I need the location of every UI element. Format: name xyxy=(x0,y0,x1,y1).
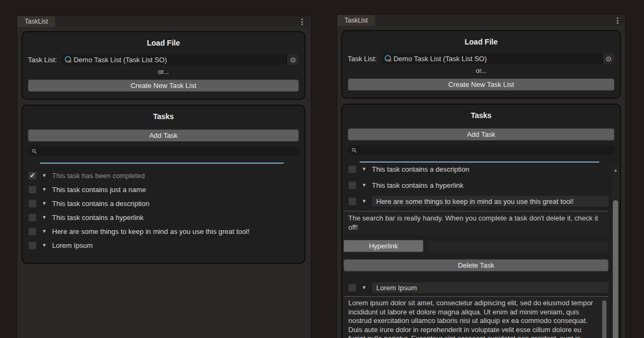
tab-bar: TaskList ⋮ xyxy=(17,16,310,27)
task-list: ✓ ▼ This task has been completed ▼ This … xyxy=(23,166,304,252)
load-file-title: Load File xyxy=(342,31,620,46)
task-row: ▼ This task contains a hyperlink xyxy=(342,178,610,193)
tasks-title: Tasks xyxy=(342,105,620,120)
search-input[interactable] xyxy=(360,146,611,155)
kebab-menu-icon[interactable]: ⋮ xyxy=(298,16,306,27)
foldout-icon[interactable]: ▼ xyxy=(361,182,367,188)
lorem-description-text: Lorem ipsum dolor sit amet, consectetur … xyxy=(348,299,593,338)
check-icon: ✓ xyxy=(30,172,35,179)
object-field-value: Demo Task List (Task List SO) xyxy=(393,55,602,63)
task-row: ▼ This task contains a description xyxy=(23,196,304,210)
or-text: or... xyxy=(23,65,304,79)
tab-bar: TaskList ⋮ xyxy=(337,15,625,26)
task-label: This task contains a description xyxy=(52,200,149,208)
hyperlink-url-field[interactable] xyxy=(428,241,609,252)
task-label: This task contains a description xyxy=(372,166,469,173)
progress-bar xyxy=(40,163,284,164)
task-list-field-label: Task List: xyxy=(348,55,377,63)
task-row: ▼ Here are some things to keep in mind a… xyxy=(23,224,304,238)
load-file-panel: Load File Task List: Demo Task List (Tas… xyxy=(21,31,305,100)
tab-tasklist[interactable]: TaskList xyxy=(17,16,55,27)
task-row: ▼ This task contains just a name xyxy=(23,182,304,196)
tasks-panel: Tasks Add Task ✓ ▼ This task has been co… xyxy=(21,105,305,264)
foldout-icon[interactable]: ▼ xyxy=(361,285,367,290)
hyperlink-row: Hyperlink xyxy=(343,240,609,252)
foldout-icon[interactable]: ▼ xyxy=(41,187,47,192)
task-row: ✓ ▼ This task has been completed xyxy=(23,168,304,182)
foldout-icon[interactable]: ▼ xyxy=(361,166,367,172)
foldout-icon[interactable]: ▼ xyxy=(41,215,47,220)
task-label: Here are some things to keep in mind as … xyxy=(52,227,250,236)
hyperlink-button[interactable]: Hyperlink xyxy=(343,240,423,252)
textarea-scrollbar-thumb[interactable] xyxy=(602,300,606,338)
task-list-object-row: Task List: Demo Task List (Task List SO)… xyxy=(342,46,620,64)
search-bar[interactable] xyxy=(28,146,299,156)
clipped-task-row: ▼ This task contains a description xyxy=(342,166,610,178)
tasklist-window-right: TaskList ⋮ Load File Task List: Demo Tas… xyxy=(337,15,625,338)
add-task-button[interactable]: Add Task xyxy=(28,129,299,142)
add-task-button[interactable]: Add Task xyxy=(348,128,614,141)
load-file-panel: Load File Task List: Demo Task List (Tas… xyxy=(341,30,621,99)
foldout-icon[interactable]: ▼ xyxy=(41,229,47,234)
task-list: ▼ This task contains a description ▼ Thi… xyxy=(342,166,610,338)
task-checkbox[interactable] xyxy=(348,197,356,205)
create-new-task-list-button[interactable]: Create New Task List xyxy=(348,78,614,91)
object-field-value: Demo Task List (Task List SO) xyxy=(74,56,287,64)
task-checkbox[interactable] xyxy=(348,181,356,189)
task-label: This task has been completed xyxy=(52,172,145,180)
or-text: or... xyxy=(342,64,620,78)
task-label: This task contains just a name xyxy=(52,186,146,194)
task-list-object-field[interactable]: Demo Task List (Task List SO) ⊙ xyxy=(382,53,614,64)
foldout-icon[interactable]: ▼ xyxy=(41,173,47,178)
task-checkbox[interactable] xyxy=(28,186,36,194)
tasks-panel: Tasks Add Task ▼ This task contains a d xyxy=(341,104,621,338)
task-list-object-field[interactable]: Demo Task List (Task List SO) ⊙ xyxy=(62,54,299,65)
foldout-icon[interactable]: ▼ xyxy=(361,199,367,204)
object-picker-icon[interactable]: ⊙ xyxy=(602,53,614,64)
scriptable-object-icon xyxy=(64,56,72,63)
task-label: This task contains a hyperlink xyxy=(372,181,464,189)
scrollbar-thumb[interactable] xyxy=(613,200,618,338)
task-row: ▼ This task contains a hyperlink xyxy=(23,210,304,224)
search-icon xyxy=(32,149,37,154)
task-name-field[interactable]: Lorem Ipsum xyxy=(372,282,609,293)
delete-task-button[interactable]: Delete Task xyxy=(343,259,609,271)
expanded-task-row: ▼ Lorem Ipsum xyxy=(342,282,610,293)
scriptable-object-icon xyxy=(384,55,392,62)
object-picker-icon[interactable]: ⊙ xyxy=(287,54,299,65)
search-icon xyxy=(352,148,357,153)
scrollbar-up-arrow-icon[interactable]: ▲ xyxy=(612,166,619,173)
task-list-object-row: Task List: Demo Task List (Task List SO)… xyxy=(23,47,304,65)
task-checkbox[interactable] xyxy=(348,284,356,292)
window-content: Load File Task List: Demo Task List (Tas… xyxy=(17,27,310,338)
task-list-field-label: Task List: xyxy=(28,56,57,64)
task-description-area[interactable]: Lorem ipsum dolor sit amet, consectetur … xyxy=(343,296,609,338)
search-bar[interactable] xyxy=(348,145,614,155)
task-description-area[interactable]: The search bar is really handy. When you… xyxy=(343,211,609,235)
load-file-title: Load File xyxy=(23,32,304,47)
progress-bar xyxy=(360,161,599,163)
expanded-task-row: ▼ Here are some things to keep in mind a… xyxy=(342,195,610,207)
task-checkbox[interactable] xyxy=(348,166,356,173)
task-checkbox[interactable] xyxy=(28,214,36,222)
search-input[interactable] xyxy=(40,147,295,156)
tasks-title: Tasks xyxy=(23,106,304,121)
kebab-menu-icon[interactable]: ⋮ xyxy=(614,15,621,26)
task-scroll-view: ▼ This task contains a description ▼ Thi… xyxy=(342,166,620,338)
task-checkbox[interactable] xyxy=(28,200,36,208)
window-content: Load File Task List: Demo Task List (Tas… xyxy=(337,26,625,338)
foldout-icon[interactable]: ▼ xyxy=(41,243,47,248)
task-name-field[interactable]: Here are some things to keep in mind as … xyxy=(372,196,609,207)
task-checkbox[interactable]: ✓ xyxy=(28,172,36,180)
vertical-scrollbar[interactable]: ▲ xyxy=(612,166,619,338)
foldout-icon[interactable]: ▼ xyxy=(41,201,47,206)
task-checkbox[interactable] xyxy=(28,227,36,236)
tasklist-window-left: TaskList ⋮ Load File Task List: Demo Tas… xyxy=(17,16,310,338)
task-label: Lorem Ipsum xyxy=(52,241,93,249)
tab-tasklist[interactable]: TaskList xyxy=(337,15,375,26)
task-label: This task contains a hyperlink xyxy=(52,214,144,222)
task-row: ▼ Lorem Ipsum xyxy=(23,238,304,252)
task-checkbox[interactable] xyxy=(28,241,36,249)
create-new-task-list-button[interactable]: Create New Task List xyxy=(28,79,299,92)
